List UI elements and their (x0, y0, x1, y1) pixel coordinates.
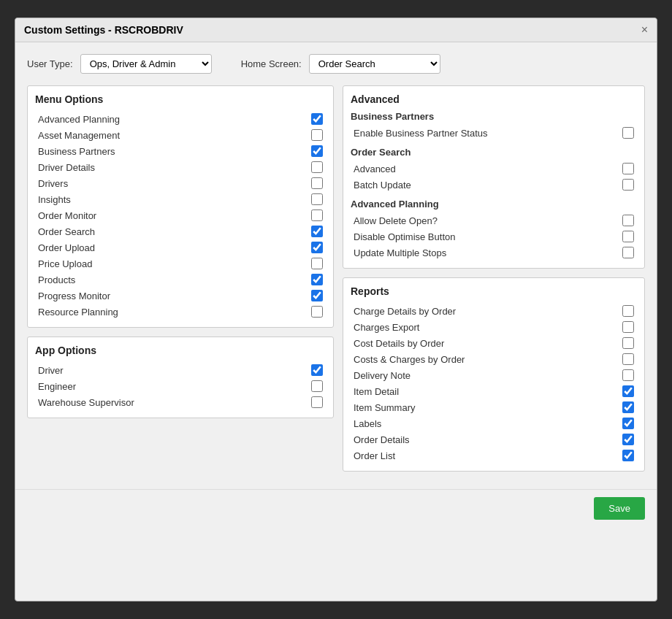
item-label: Allow Delete Open? (354, 215, 622, 226)
item-checkbox[interactable] (311, 290, 323, 301)
item-checkbox[interactable] (622, 179, 634, 191)
item-checkbox[interactable] (311, 145, 323, 157)
advanced-title: Advanced (351, 93, 637, 105)
item-label: Advanced Planning (38, 114, 311, 125)
list-item: Disable Optimise Button (351, 228, 637, 245)
item-label: Charges Export (354, 322, 622, 333)
item-label: Order Upload (38, 242, 311, 253)
list-item: Batch Update (351, 177, 637, 193)
item-checkbox[interactable] (311, 242, 323, 253)
item-label: Disable Optimise Button (354, 231, 622, 242)
close-button[interactable]: × (641, 24, 648, 36)
item-checkbox[interactable] (311, 161, 323, 173)
item-checkbox[interactable] (311, 306, 323, 318)
reports-section: Reports Charge Details by OrderCharges E… (343, 277, 645, 472)
list-item: Advanced Planning (35, 111, 326, 127)
item-checkbox[interactable] (311, 177, 323, 189)
item-checkbox[interactable] (622, 231, 634, 242)
modal-footer: Save (15, 489, 657, 527)
item-label: Order Details (354, 434, 622, 445)
item-checkbox[interactable] (622, 418, 634, 429)
list-item: Asset Management (35, 127, 326, 143)
item-checkbox[interactable] (622, 434, 634, 445)
menu-options-title: Menu Options (35, 93, 326, 105)
modal-body: User Type: Ops, Driver & Admin Driver Ad… (15, 42, 657, 483)
menu-options-section: Menu Options Advanced PlanningAsset Mana… (27, 85, 334, 328)
list-item: Drivers (35, 175, 326, 191)
modal-backdrop: Custom Settings - RSCROBDRIV × User Type… (0, 0, 672, 619)
reports-list[interactable]: Charge Details by OrderCharges ExportCos… (351, 303, 637, 464)
item-label: Update Multiple Stops (354, 247, 622, 258)
list-item: Update Multiple Stops (351, 245, 637, 261)
app-options-section: App Options DriverEngineerWarehouse Supe… (27, 337, 334, 418)
list-item: Enable Business Partner Status (351, 125, 637, 141)
item-checkbox[interactable] (622, 450, 634, 461)
item-label: Order List (354, 450, 622, 461)
app-options-title: App Options (35, 345, 326, 356)
item-label: Charge Details by Order (354, 306, 622, 317)
list-item: Order Search (35, 223, 326, 239)
item-checkbox[interactable] (622, 401, 634, 413)
menu-options-list[interactable]: Advanced PlanningAsset ManagementBusines… (35, 111, 326, 320)
modal-title: Custom Settings - RSCROBDRIV (24, 24, 183, 36)
os-subtitle: Order Search (351, 147, 637, 158)
ap-items: Allow Delete Open?Disable Optimise Butto… (351, 212, 637, 261)
os-items: AdvancedBatch Update (351, 161, 637, 193)
reports-title: Reports (351, 285, 637, 297)
item-label: Item Summary (354, 402, 622, 413)
item-checkbox[interactable] (622, 305, 634, 317)
list-item: Progress Monitor (35, 288, 326, 304)
item-label: Driver (38, 365, 311, 376)
item-label: Warehouse Supervisor (38, 397, 311, 408)
item-checkbox[interactable] (311, 226, 323, 237)
item-checkbox[interactable] (311, 193, 323, 205)
item-checkbox[interactable] (622, 353, 634, 365)
item-checkbox[interactable] (311, 364, 323, 376)
save-button[interactable]: Save (594, 497, 645, 520)
list-item: Order List (351, 447, 637, 464)
item-checkbox[interactable] (622, 385, 634, 397)
list-item: Order Monitor (35, 207, 326, 223)
bp-subtitle: Business Partners (351, 111, 637, 122)
list-item: Charges Export (351, 319, 637, 335)
home-screen-field: Home Screen: Order Search Order Monitor … (241, 54, 440, 74)
top-row: User Type: Ops, Driver & Admin Driver Ad… (27, 54, 645, 74)
item-label: Products (38, 274, 311, 285)
list-item: Costs & Charges by Order (351, 351, 637, 367)
list-item: Charge Details by Order (351, 303, 637, 319)
item-label: Costs & Charges by Order (354, 354, 622, 365)
home-screen-label: Home Screen: (241, 58, 302, 69)
bp-items: Enable Business Partner Status (351, 125, 637, 141)
item-label: Enable Business Partner Status (354, 128, 622, 139)
advanced-content[interactable]: Business Partners Enable Business Partne… (351, 111, 637, 261)
list-item: Item Summary (351, 399, 637, 415)
item-checkbox[interactable] (311, 380, 323, 392)
list-item: Allow Delete Open? (351, 212, 637, 228)
item-checkbox[interactable] (311, 396, 323, 408)
home-screen-select[interactable]: Order Search Order Monitor Advanced Plan… (309, 54, 440, 74)
item-checkbox[interactable] (622, 215, 634, 226)
list-item: Order Upload (35, 239, 326, 255)
item-label: Cost Details by Order (354, 338, 622, 349)
user-type-select[interactable]: Ops, Driver & Admin Driver Admin Ops (80, 54, 212, 74)
item-label: Asset Management (38, 130, 311, 141)
item-checkbox[interactable] (622, 337, 634, 349)
list-item: Driver Details (35, 159, 326, 175)
custom-settings-modal: Custom Settings - RSCROBDRIV × User Type… (15, 18, 657, 601)
item-label: Drivers (38, 178, 311, 189)
item-checkbox[interactable] (311, 113, 323, 125)
item-checkbox[interactable] (311, 129, 323, 141)
item-label: Advanced (354, 164, 622, 174)
list-item: Driver (35, 362, 326, 378)
item-checkbox[interactable] (622, 163, 634, 174)
item-checkbox[interactable] (622, 321, 634, 333)
item-checkbox[interactable] (622, 247, 634, 258)
modal-title-bar: Custom Settings - RSCROBDRIV × (15, 18, 657, 42)
item-checkbox[interactable] (622, 127, 634, 139)
item-checkbox[interactable] (311, 258, 323, 269)
item-checkbox[interactable] (311, 274, 323, 285)
item-label: Business Partners (38, 146, 311, 157)
item-checkbox[interactable] (622, 369, 634, 381)
item-label: Driver Details (38, 162, 311, 173)
item-checkbox[interactable] (311, 209, 323, 221)
